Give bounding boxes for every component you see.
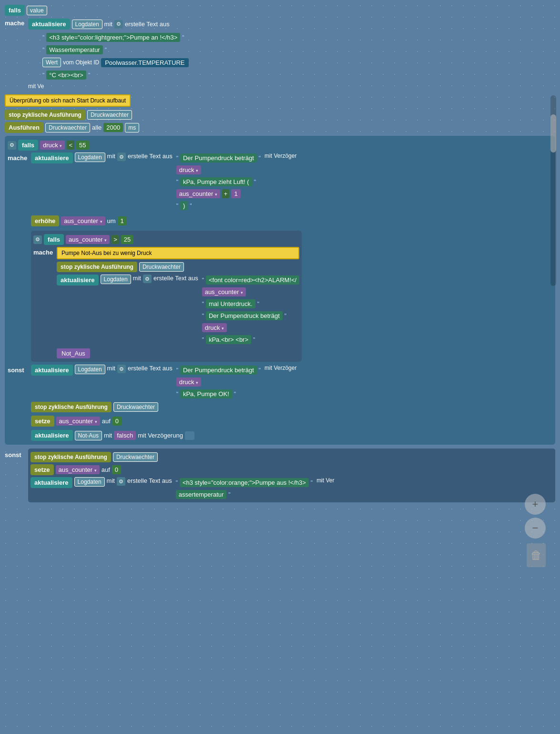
stop1-row: stop zyklische Ausführung Druckwaechter	[5, 110, 555, 120]
alle-label: alle	[92, 124, 102, 131]
falls-top-block[interactable]: falls	[5, 5, 25, 16]
erhoe-row: erhöhe aus_counter ▾ um 1	[31, 215, 302, 226]
gear-icon-erstelle2[interactable]: ⚙	[143, 275, 152, 283]
mit-ver-top-row: mit Ve	[28, 83, 189, 90]
sonst1-s1-row: " Der Pumpendruck beträgt "	[176, 366, 261, 375]
aus-counter-var1[interactable]: aus_counter ▾	[176, 189, 220, 198]
sonst1-section: sonst aktualisiere Logdaten mit ⚙ erstel…	[8, 365, 552, 442]
aus-counter-var3[interactable]: aus_counter ▾	[66, 235, 110, 244]
vom-objekt-id: vom Objekt ID	[63, 59, 99, 66]
q-s1s2-open: "	[176, 391, 178, 398]
falls2-label[interactable]: falls	[44, 234, 64, 245]
alarm-s1: <font color=red><h2>ALARM!</	[206, 275, 299, 285]
top-mache-section: mache aktualisiere Logdaten mit ⚙ erstel…	[5, 18, 555, 91]
logdaten1-tag[interactable]: Logdaten	[75, 153, 105, 162]
sonst2-aktualisiere-block[interactable]: aktualisiere	[31, 477, 72, 488]
q-assert-close: "	[228, 491, 230, 498]
erstelle1-strings: " Der Pumpendruck beträgt " druck ▾ "	[176, 153, 261, 211]
erstelle-top: erstelle Text aus	[125, 20, 170, 28]
stop1-block[interactable]: stop zyklische Ausführung	[5, 110, 85, 120]
s1-row: " Der Pumpendruck beträgt "	[176, 153, 261, 163]
sonst1-s2: kPa, Pumpe OK!	[180, 389, 232, 398]
s2-row: " kPa, Pumpe zieht Luft! ( "	[176, 177, 261, 186]
string3-block: °C <br><br>	[46, 71, 86, 80]
stop1-target[interactable]: Druckwaechter	[87, 110, 132, 120]
alarm-aus-counter-row: aus_counter ▾	[202, 287, 300, 296]
sonst2-s1-row: " <h3 style="color:orange;">Pumpe aus !<…	[176, 478, 313, 487]
q-s2s1-open: "	[176, 479, 178, 486]
alarm-druck-row: druck ▾	[202, 323, 300, 332]
stop2-target[interactable]: Druckwaechter	[139, 262, 184, 272]
gear-icon-sonst2[interactable]: ⚙	[117, 477, 125, 486]
scrollbar[interactable]	[550, 95, 556, 286]
sonst2-auf: auf	[102, 466, 110, 473]
erhoe-block[interactable]: erhöhe	[31, 215, 59, 226]
sonst1-aktualisiere2-block[interactable]: aktualisiere	[31, 430, 73, 441]
mit-ver1: mit Verzöger	[265, 153, 296, 159]
aus-counter-var2[interactable]: aus_counter ▾	[61, 216, 105, 225]
mache-top-label: mache	[5, 18, 26, 91]
druck-var3[interactable]: druck ▾	[202, 323, 227, 332]
stop2-block[interactable]: stop zyklische Ausführung	[57, 262, 137, 272]
wert-tag[interactable]: Wert	[42, 58, 61, 67]
scrollbar-thumb[interactable]	[550, 114, 556, 153]
gear-icon-top[interactable]: ⚙	[114, 20, 123, 29]
mache2-label: mache	[33, 247, 55, 359]
sonst1-aktualisiere-row: aktualisiere Logdaten mit ⚙ erstelle Tex…	[31, 365, 296, 399]
aktualisiere2-block[interactable]: aktualisiere	[57, 275, 99, 285]
sonst2-stop-block[interactable]: stop zyklische Ausführung	[31, 452, 111, 462]
mit-ver-top: mit Ve	[28, 83, 44, 90]
q-close-s1: "	[259, 155, 261, 162]
sonst1-not-aus-tag[interactable]: Not-Aus	[75, 431, 102, 440]
value-tag[interactable]: value	[27, 6, 47, 15]
ausfuehren-block[interactable]: Ausführen	[5, 122, 43, 133]
gear-icon-falls1[interactable]: ⚙	[8, 141, 16, 150]
ausfuehren-target[interactable]: Druckwaechter	[45, 123, 90, 133]
sonst1-s2-row: " kPa, Pumpe OK! "	[176, 389, 261, 398]
not-aus-block[interactable]: Not_Aus	[57, 348, 90, 358]
logdaten-tag-top[interactable]: Logdaten	[72, 20, 102, 29]
sonst2-aus-counter-var[interactable]: aus_counter ▾	[56, 465, 100, 474]
falls1-header: ⚙ falls druck ▾ < 55	[8, 140, 552, 151]
sonst1-logdaten[interactable]: Logdaten	[75, 365, 105, 374]
sonst1-stop-block[interactable]: stop zyklische Ausführung	[31, 402, 112, 412]
sonst2-strings: " <h3 style="color:orange;">Pumpe aus !<…	[176, 477, 313, 500]
sonst1-aus-counter-var[interactable]: aus_counter ▾	[56, 417, 100, 426]
aktualisiere-block-top[interactable]: aktualisiere	[28, 19, 70, 30]
sonst2-stop-row: stop zyklische Ausführung Druckwaechter	[31, 452, 553, 462]
gear-icon-sonst1[interactable]: ⚙	[117, 365, 126, 373]
druck-var4[interactable]: druck ▾	[176, 377, 201, 387]
sonst1-stop-target[interactable]: Druckwaechter	[113, 402, 158, 412]
mit-top: mit	[104, 20, 112, 28]
q-open-s3: "	[176, 203, 178, 209]
gear-icon-falls2[interactable]: ⚙	[33, 235, 42, 244]
sonst1-falsch[interactable]: falsch	[114, 431, 136, 440]
sonst1-setze-block[interactable]: setze	[31, 416, 54, 427]
aktualisiere1-block[interactable]: aktualisiere	[31, 153, 73, 163]
quote-open-1: "	[42, 34, 44, 41]
trash-button[interactable]: 🗑	[527, 543, 546, 567]
ms-tag[interactable]: ms	[125, 123, 139, 133]
druck-var1[interactable]: druck ▾	[40, 141, 65, 150]
sonst2-logdaten-tag[interactable]: Logdaten	[74, 477, 105, 487]
sonst2-setze-block[interactable]: setze	[31, 464, 54, 475]
sonst1-strings: " Der Pumpendruck beträgt " druck ▾ "	[176, 365, 261, 399]
sonst2-stop-target[interactable]: Druckwaechter	[113, 452, 158, 462]
erstelle1-label: erstelle Text aus	[128, 153, 173, 160]
zoom-out-button[interactable]: −	[525, 518, 546, 539]
logdaten2-tag[interactable]: Logdaten	[101, 275, 131, 284]
aus-counter-var4[interactable]: aus_counter ▾	[202, 287, 246, 296]
q-s1s1-open: "	[176, 367, 178, 374]
falls1-label[interactable]: falls	[18, 140, 38, 151]
druck-var2[interactable]: druck ▾	[176, 165, 201, 174]
quote-close-3: "	[88, 72, 90, 79]
sonst1-aktualisiere[interactable]: aktualisiere	[31, 365, 73, 376]
string-list-top: " <h3 style="color:lightgreen;">Pumpe an…	[42, 32, 189, 81]
sonst1-label: sonst	[8, 365, 29, 442]
mache1-label: mache	[8, 153, 29, 362]
plus-op: +	[222, 189, 230, 198]
ms-value[interactable]: 2000	[103, 123, 123, 132]
gear-icon-erstelle1[interactable]: ⚙	[117, 153, 126, 161]
sonst1-not-aus-row: aktualisiere Not-Aus mit falsch mit Verz…	[31, 430, 296, 441]
zoom-in-button[interactable]: +	[525, 494, 546, 515]
